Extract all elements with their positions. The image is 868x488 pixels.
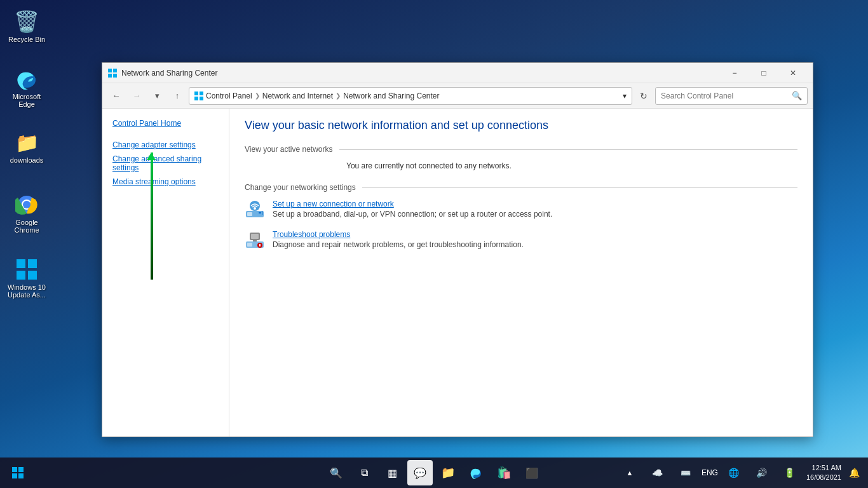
window-icon — [107, 68, 118, 78]
forward-button[interactable]: → — [128, 87, 146, 105]
address-dropdown-button[interactable]: ▾ — [623, 92, 627, 100]
clock-time: 12:51 AM — [806, 463, 841, 473]
tray-volume[interactable]: 🔊 — [749, 460, 775, 485]
desktop-icon-edge[interactable]: Microsoft Edge — [1, 64, 52, 111]
taskbar-search[interactable]: 🔍 — [323, 460, 349, 485]
svg-rect-14 — [194, 97, 198, 100]
sidebar-change-adapter[interactable]: Change adapter settings — [102, 138, 229, 152]
troubleshoot-content: Troubleshoot problems Diagnose and repai… — [273, 230, 524, 249]
win-update-label: Windows 10 Update As... — [4, 283, 50, 299]
taskbar: 🔍 ⧉ ▦ 💬 📁 🛍️ ⬛ ▲ ☁️ — [0, 458, 868, 488]
svg-rect-12 — [194, 92, 198, 95]
system-tray: ▲ ☁️ ⌨️ ENG 🌐 🔊 🔋 — [617, 460, 803, 485]
taskbar-left — [5, 460, 31, 485]
notification-button[interactable]: 🔔 — [845, 460, 863, 485]
tray-icon-1[interactable]: ☁️ — [645, 460, 670, 485]
no-connection-text: You are currently not connected to any n… — [346, 161, 797, 170]
sidebar-control-panel-home[interactable]: Control Panel Home — [102, 116, 229, 130]
svg-rect-9 — [113, 69, 117, 72]
taskbar-teams[interactable]: 💬 — [407, 460, 433, 485]
troubleshoot-item: Troubleshoot problems Diagnose and repai… — [245, 230, 797, 250]
recent-locations-button[interactable]: ▾ — [148, 87, 166, 105]
active-networks-label: View your active networks — [245, 145, 339, 154]
recycle-bin-icon: 🗑️ — [14, 9, 39, 34]
desktop-icon-win-update[interactable]: Windows 10 Update As... — [1, 254, 52, 301]
taskbar-task-view[interactable]: ⧉ — [351, 460, 377, 485]
search-box[interactable]: 🔍 — [655, 87, 808, 105]
taskbar-widgets[interactable]: ▦ — [379, 460, 405, 485]
desktop: 🗑️ Recycle Bin Microsoft Edge 📁 download… — [0, 0, 868, 488]
change-networking-label: Change your networking settings — [245, 183, 362, 192]
breadcrumb-network-sharing[interactable]: Network and Sharing Center — [343, 92, 439, 100]
taskbar-clock[interactable]: 12:51 AM 16/08/2021 — [806, 463, 841, 483]
sidebar-change-advanced-sharing[interactable]: Change advanced sharing settings — [102, 152, 229, 175]
taskbar-store[interactable]: 🛍️ — [491, 460, 517, 485]
svg-rect-31 — [18, 467, 24, 472]
svg-rect-8 — [108, 69, 112, 72]
breadcrumb: Control Panel ❯ Network and Internet ❯ N… — [206, 92, 440, 100]
svg-rect-28 — [259, 244, 261, 246]
svg-rect-13 — [200, 92, 203, 95]
main-panel: View your basic network information and … — [229, 109, 813, 437]
desktop-icon-chrome[interactable]: Google Chrome — [1, 189, 52, 236]
tray-keyboard[interactable]: ⌨️ — [673, 460, 698, 485]
title-bar: Network and Sharing Center − □ ✕ — [102, 63, 813, 83]
svg-rect-25 — [251, 234, 259, 239]
close-button[interactable]: ✕ — [778, 63, 808, 83]
setup-connection-desc: Set up a broadband, dial-up, or VPN conn… — [273, 210, 552, 219]
svg-rect-11 — [113, 74, 117, 78]
active-networks-header: View your active networks — [245, 145, 797, 154]
window-title: Network and Sharing Center — [121, 69, 720, 78]
desktop-icon-recycle-bin[interactable]: 🗑️ Recycle Bin — [1, 6, 52, 46]
svg-rect-23 — [247, 243, 252, 247]
svg-rect-30 — [12, 467, 17, 472]
setup-connection-item: Set up a new connection or network Set u… — [245, 200, 797, 220]
setup-connection-link[interactable]: Set up a new connection or network — [273, 200, 552, 208]
downloads-label: downloads — [10, 156, 44, 164]
minimize-button[interactable]: − — [720, 63, 749, 83]
page-title: View your basic network information and … — [245, 119, 797, 132]
troubleshoot-link[interactable]: Troubleshoot problems — [273, 230, 524, 239]
sidebar-media-streaming[interactable]: Media streaming options — [102, 175, 229, 189]
edge-icon — [14, 66, 39, 92]
desktop-icon-downloads[interactable]: 📁 downloads — [1, 127, 52, 166]
svg-rect-17 — [247, 212, 252, 216]
svg-rect-32 — [12, 473, 17, 478]
settings-items: Set up a new connection or network Set u… — [245, 200, 797, 250]
svg-point-19 — [254, 207, 256, 210]
start-button[interactable] — [5, 460, 31, 485]
address-bar: ← → ▾ ↑ Control Panel ❯ Network and Inte… — [102, 83, 813, 109]
sidebar: Control Panel Home Change adapter settin… — [102, 109, 229, 437]
back-button[interactable]: ← — [107, 87, 125, 105]
active-networks-divider — [339, 149, 797, 150]
setup-connection-icon — [245, 200, 265, 220]
downloads-icon: 📁 — [14, 130, 39, 155]
change-networking-header: Change your networking settings — [245, 183, 797, 192]
search-input[interactable] — [661, 92, 789, 100]
network-sharing-window: Network and Sharing Center − □ ✕ ← → ▾ ↑ — [102, 62, 813, 437]
up-button[interactable]: ↑ — [168, 87, 186, 105]
svg-rect-15 — [200, 97, 203, 100]
troubleshoot-icon — [245, 230, 265, 250]
tray-battery[interactable]: 🔋 — [777, 460, 803, 485]
taskbar-terminal[interactable]: ⬛ — [519, 460, 545, 485]
show-hidden-icons[interactable]: ▲ — [617, 460, 642, 485]
change-networking-divider — [362, 187, 797, 188]
svg-rect-6 — [17, 271, 25, 280]
tray-language[interactable]: ENG — [701, 460, 719, 485]
chrome-label: Google Chrome — [4, 219, 50, 234]
address-box[interactable]: Control Panel ❯ Network and Internet ❯ N… — [189, 87, 632, 105]
svg-rect-4 — [17, 259, 25, 268]
window-controls: − □ ✕ — [720, 63, 808, 83]
taskbar-right: ▲ ☁️ ⌨️ ENG 🌐 🔊 🔋 12:51 AM 16/08/2021 🔔 — [617, 460, 863, 485]
breadcrumb-control-panel[interactable]: Control Panel — [206, 92, 252, 100]
maximize-button[interactable]: □ — [749, 63, 778, 83]
setup-connection-content: Set up a new connection or network Set u… — [273, 200, 552, 219]
svg-rect-20 — [259, 212, 261, 214]
taskbar-edge[interactable] — [463, 460, 489, 485]
taskbar-file-explorer[interactable]: 📁 — [435, 460, 461, 485]
svg-rect-26 — [253, 240, 257, 241]
refresh-button[interactable]: ↻ — [635, 87, 653, 105]
breadcrumb-network-internet[interactable]: Network and Internet — [262, 92, 333, 100]
tray-globe[interactable]: 🌐 — [721, 460, 747, 485]
